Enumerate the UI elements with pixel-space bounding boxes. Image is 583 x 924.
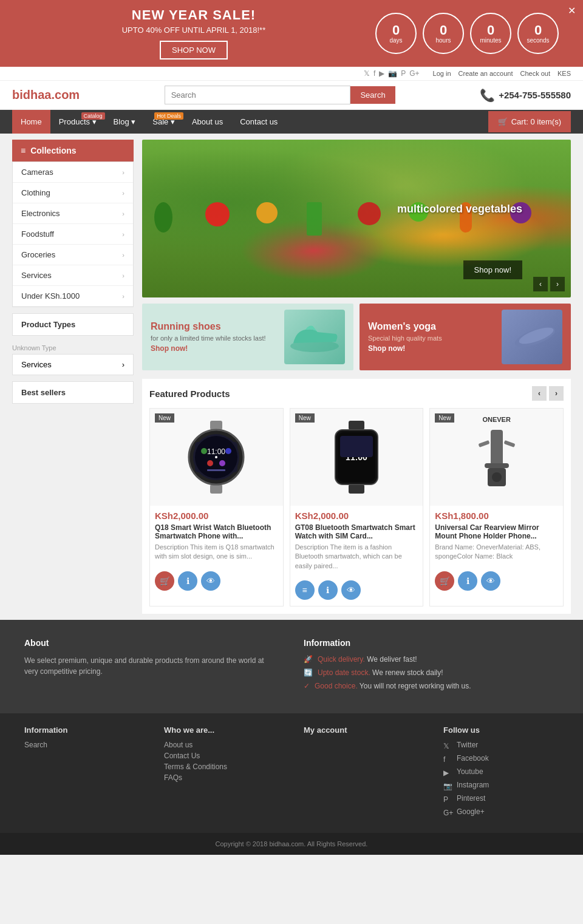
pinterest-icon[interactable]: P	[401, 69, 406, 78]
search-button[interactable]: Search	[350, 86, 395, 104]
currency-selector[interactable]: KES	[557, 70, 571, 77]
social-facebook[interactable]: f Facebook	[443, 754, 559, 765]
svg-rect-4	[210, 484, 222, 494]
footer-about-title: About	[24, 638, 279, 648]
product-detail-2[interactable]: ℹ	[318, 580, 338, 600]
product-image-3: New ONEVER	[430, 409, 563, 506]
footer-contact-link[interactable]: Contact Us	[164, 752, 279, 760]
electronics-label: Electronics	[21, 209, 60, 218]
slider-next-arrow[interactable]: ›	[550, 277, 565, 291]
search-input[interactable]	[165, 86, 351, 104]
collections-header[interactable]: ≡ Collections	[12, 140, 134, 161]
nav-products[interactable]: Products ▾ Catalog	[50, 110, 105, 134]
footer-about-link[interactable]: About us	[164, 741, 279, 749]
instagram-icon[interactable]: 📷	[388, 69, 397, 78]
sidebar-item-clothing[interactable]: Clothing ›	[13, 183, 133, 203]
product-desc-1: Description This item is Q18 smartwatch …	[155, 543, 278, 562]
facebook-footer-link[interactable]: Facebook	[457, 754, 489, 763]
product-detail-3[interactable]: ℹ	[458, 571, 477, 591]
promo-yoga-btn[interactable]: Shop now!	[368, 344, 502, 353]
slider-prev-arrow[interactable]: ‹	[533, 277, 548, 291]
cart-button[interactable]: 🛒 Cart: 0 item(s)	[488, 111, 571, 132]
veggie-grid	[142, 190, 571, 248]
site-logo[interactable]: bidhaa.com	[12, 88, 80, 102]
facebook-icon[interactable]: f	[373, 69, 375, 78]
promo-yoga-title: Women's yoga	[368, 321, 502, 332]
footer-col3-title: My account	[304, 725, 419, 735]
nav-sale[interactable]: Sale ▾ Hot Deals	[144, 110, 183, 134]
checkout-link[interactable]: Check out	[520, 70, 550, 77]
banner-content: NEW YEAR SALE! UPTO 40% OFF UNTIL APRIL …	[12, 7, 375, 59]
twitter-footer-link[interactable]: Twitter	[457, 741, 478, 749]
search-area: Search	[165, 86, 395, 104]
product-info-btn-1[interactable]: ℹ	[178, 571, 197, 591]
nav-home[interactable]: Home	[12, 110, 50, 134]
social-instagram[interactable]: 📷 Instagram	[443, 781, 559, 792]
chevron-right-icon: ›	[122, 251, 124, 259]
shop-now-button[interactable]: SHOP NOW	[160, 41, 228, 59]
chevron-right-icon: ›	[122, 360, 124, 369]
watch2-svg: 11:00	[317, 418, 396, 497]
featured-next-arrow[interactable]: ›	[549, 386, 564, 401]
googleplus-footer-link[interactable]: Google+	[457, 807, 485, 816]
countdown-minutes: 0 minutes	[470, 13, 511, 54]
seconds-value: 0	[534, 24, 542, 37]
footer-search-link[interactable]: Search	[24, 741, 140, 749]
main-navigation: Home Products ▾ Catalog Blog ▾ Sale ▾ Ho…	[0, 110, 583, 134]
sidebar-item-foodstuff[interactable]: Foodstuff ›	[13, 224, 133, 245]
footer-terms-link[interactable]: Terms & Conditions	[164, 763, 279, 771]
twitter-icon[interactable]: 𝕏	[364, 69, 370, 78]
copyright-text: Copyright © 2018 bidhaa.com. All Rights …	[216, 840, 368, 848]
close-icon[interactable]: ✕	[568, 5, 576, 16]
sidebar-item-cameras[interactable]: Cameras ›	[13, 162, 133, 183]
sidebar-item-groceries[interactable]: Groceries ›	[13, 245, 133, 265]
countdown-seconds: 0 seconds	[517, 13, 559, 54]
best-sellers-box[interactable]: Best sellers	[12, 381, 134, 404]
add-to-cart-3[interactable]: 🛒	[435, 571, 454, 591]
new-badge-2: New	[295, 413, 315, 423]
services-type-item[interactable]: Services ›	[12, 354, 134, 375]
social-youtube[interactable]: ▶ Youtube	[443, 767, 559, 778]
quick-view-2[interactable]: 👁	[341, 580, 361, 600]
youtube-icon[interactable]: ▶	[379, 69, 384, 78]
sidebar-item-services[interactable]: Services ›	[13, 265, 133, 286]
veggie-5	[358, 202, 381, 225]
youtube-footer-link[interactable]: Youtube	[457, 767, 483, 776]
svg-point-12	[201, 448, 207, 454]
svg-rect-22	[491, 430, 503, 466]
social-pinterest[interactable]: P Pinterest	[443, 794, 559, 805]
nav-contact[interactable]: Contact us	[231, 110, 286, 134]
add-to-cart-1[interactable]: 🛒	[155, 571, 174, 591]
promo-yoga-desc: Special high quality mats	[368, 335, 502, 342]
instagram-footer-link[interactable]: Instagram	[457, 781, 489, 789]
nav-about[interactable]: About us	[183, 110, 231, 134]
googleplus-icon[interactable]: G+	[409, 69, 419, 78]
product-price-1: KSh2,000.00	[155, 511, 278, 521]
promotional-banner: NEW YEAR SALE! UPTO 40% OFF UNTIL APRIL …	[0, 0, 583, 67]
banner-title: NEW YEAR SALE!	[12, 7, 375, 23]
chevron-right-icon: ›	[122, 293, 124, 300]
svg-text:11:00: 11:00	[207, 447, 225, 456]
choice-icon: ✓	[304, 682, 310, 690]
product-name-1: Q18 Smart Wrist Watch Bluetooth Smartwat…	[155, 523, 278, 540]
social-twitter[interactable]: 𝕏 Twitter	[443, 741, 559, 752]
footer-faqs-link[interactable]: FAQs	[164, 773, 279, 782]
product-types-box[interactable]: Product Types	[12, 313, 134, 336]
social-googleplus[interactable]: G+ Google+	[443, 807, 559, 818]
footer-info-item-2: 🔄 Upto date stock. We renew stock daily!	[304, 668, 559, 677]
product-card-2: New 11:00 KSh2,000.00 GT08 Bluetooth Sm	[290, 408, 424, 606]
pinterest-footer-link[interactable]: Pinterest	[457, 794, 485, 803]
hero-shop-now-button[interactable]: Shop now!	[463, 260, 522, 279]
login-link[interactable]: Log in	[433, 70, 451, 77]
promo-shoes-btn[interactable]: Shop now!	[151, 344, 284, 353]
quick-view-3[interactable]: 👁	[481, 571, 500, 591]
product-info-btn-2[interactable]: ≡	[295, 580, 315, 600]
create-account-link[interactable]: Create an account	[459, 70, 513, 77]
new-badge-3: New	[435, 413, 454, 423]
chevron-right-icon: ›	[122, 231, 124, 238]
quick-view-1[interactable]: 👁	[201, 571, 220, 591]
featured-prev-arrow[interactable]: ‹	[532, 386, 547, 401]
sidebar-item-under1000[interactable]: Under KSh.1000 ›	[13, 286, 133, 307]
nav-blog[interactable]: Blog ▾	[105, 110, 145, 134]
sidebar-item-electronics[interactable]: Electronics ›	[13, 203, 133, 224]
